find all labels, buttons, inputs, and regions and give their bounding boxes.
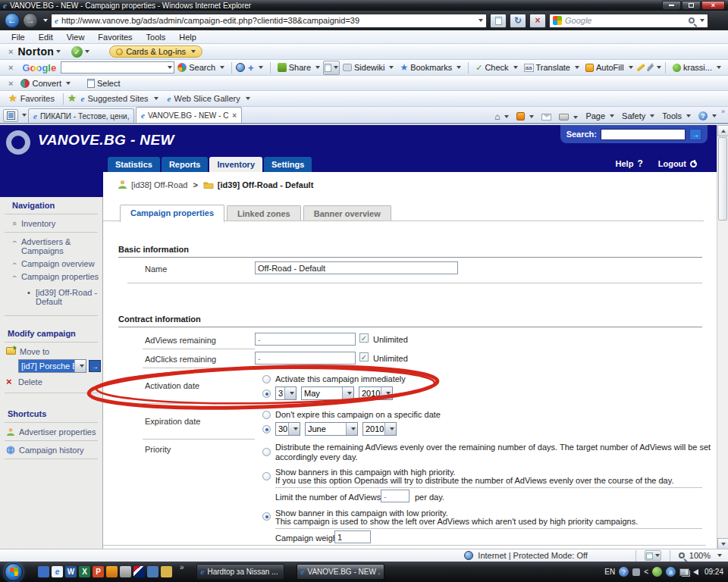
move-to-go-button[interactable]: → xyxy=(89,360,101,372)
add-gadget-button[interactable]: + xyxy=(245,63,266,73)
address-dropdown-icon[interactable] xyxy=(479,19,483,22)
google-toolbar-search-input[interactable] xyxy=(61,61,174,74)
scrollbar-thumb[interactable] xyxy=(718,137,727,221)
home-button[interactable]: ⌂ xyxy=(491,113,512,120)
uk-flag-icon[interactable] xyxy=(133,566,145,577)
content-tab-campaign-properties[interactable]: Campaign properties xyxy=(120,205,224,222)
adviews-unlimited-checkbox[interactable]: ✓ xyxy=(359,333,369,343)
help-button[interactable]: ? xyxy=(695,111,720,120)
nav-tab-statistics[interactable]: Statistics xyxy=(108,157,160,173)
maximize-button[interactable] xyxy=(682,1,701,10)
autofill-button[interactable]: AutoFill xyxy=(582,62,636,73)
activation-year-select[interactable]: 2010 xyxy=(359,386,393,400)
search-icon[interactable] xyxy=(689,17,695,23)
translate-button[interactable]: aaTranslate xyxy=(521,62,582,73)
menu-view[interactable]: View xyxy=(60,32,92,42)
sidebar-move-to-link[interactable]: Move to xyxy=(0,345,102,358)
name-input[interactable] xyxy=(255,261,458,274)
browser-search-input[interactable] xyxy=(565,16,686,25)
expiration-year-select[interactable]: 2010 xyxy=(362,422,397,436)
minimize-button[interactable] xyxy=(662,1,681,10)
nav-tab-reports[interactable]: Reports xyxy=(162,157,209,173)
feeds-button[interactable] xyxy=(513,112,537,120)
site-search-input[interactable] xyxy=(601,129,686,140)
quick-tabs-button[interactable] xyxy=(3,109,18,122)
google-search-history-dropdown-icon[interactable] xyxy=(168,66,172,69)
tray-collapse-icon[interactable]: < xyxy=(644,568,648,576)
bookmarks-button[interactable]: ★Bookmarks xyxy=(397,62,464,73)
back-button[interactable]: ← xyxy=(5,13,20,28)
word-icon[interactable]: W xyxy=(65,566,77,577)
norton-safeweb-icon[interactable]: ✓ xyxy=(71,46,83,58)
volume-icon[interactable] xyxy=(693,569,698,575)
remote-desktop-icon[interactable] xyxy=(147,566,158,577)
priority-high-radio[interactable] xyxy=(262,472,271,480)
pen-icon[interactable] xyxy=(636,64,645,72)
select-button[interactable]: Select xyxy=(84,78,124,89)
toolbar-settings-icon[interactable] xyxy=(647,64,654,71)
suggested-sites-button[interactable]: eSuggested Sites xyxy=(77,93,163,104)
antivirus-tray-icon[interactable] xyxy=(652,567,662,577)
taskbar-window-2[interactable]: e VANOVE.BG - NEW ... xyxy=(297,564,384,580)
menu-help[interactable]: Help xyxy=(172,32,203,42)
toolbar-overflow-icon[interactable]: » xyxy=(721,108,725,115)
activate-immediately-radio[interactable] xyxy=(262,375,271,383)
ie-quicklaunch-icon[interactable]: e xyxy=(52,566,63,577)
activate-on-date-radio[interactable] xyxy=(262,390,271,398)
norton-dropdown-icon[interactable] xyxy=(56,50,61,53)
convert-button[interactable]: Convert xyxy=(17,78,74,89)
add-favorite-icon[interactable]: ★ xyxy=(67,94,77,103)
breadcrumb-campaign[interactable]: [id39] Off-Road - Default xyxy=(218,180,314,189)
browser-search-box[interactable] xyxy=(549,14,708,28)
convert-toolbar-close-button[interactable]: × xyxy=(4,79,17,88)
logout-link[interactable]: Logout xyxy=(658,158,697,169)
browser-tab-2[interactable]: e VANOVE.BG - NEW - C... × xyxy=(136,107,242,123)
refresh-button[interactable]: ↻ xyxy=(510,14,526,28)
adviews-remaining-input[interactable] xyxy=(255,333,356,346)
forward-button[interactable]: → xyxy=(23,13,38,28)
search-dropdown-icon[interactable] xyxy=(700,19,704,22)
norton-close-button[interactable]: × xyxy=(4,47,17,56)
pagerank-globe-icon[interactable] xyxy=(236,63,245,72)
expiration-month-select[interactable]: June xyxy=(305,422,358,436)
print-button[interactable] xyxy=(556,114,581,120)
expire-on-date-radio[interactable] xyxy=(262,425,271,433)
priority-distribute-radio[interactable] xyxy=(262,448,271,456)
sidebar-item-inventory[interactable]: «Inventory xyxy=(0,217,102,230)
sidebar-item-campaign-properties[interactable]: ‹Campaign properties xyxy=(0,270,102,283)
tools-menu-button[interactable]: Tools xyxy=(659,111,694,120)
site-search-go-button[interactable]: → xyxy=(689,129,701,140)
sidebar-advertiser-properties-link[interactable]: Advertiser properties xyxy=(0,425,102,438)
menu-favorites[interactable]: Favorites xyxy=(91,32,139,42)
excel-icon[interactable]: X xyxy=(79,566,90,577)
share-button[interactable]: Share xyxy=(275,62,323,73)
nav-tab-inventory[interactable]: Inventory xyxy=(209,157,262,173)
quicklaunch-overflow-icon[interactable]: » xyxy=(180,563,184,571)
page-scrollbar[interactable] xyxy=(717,125,728,549)
content-tab-banner-overview[interactable]: Banner overview xyxy=(303,205,391,221)
web-slice-gallery-button[interactable]: eWeb Slice Gallery xyxy=(163,93,255,104)
sidebar-item-campaign-overview[interactable]: ‹Campaign overview xyxy=(0,257,102,270)
menu-file[interactable]: File xyxy=(5,32,32,42)
google-account-button[interactable]: krassi... xyxy=(670,62,724,73)
language-indicator[interactable]: EN xyxy=(604,568,615,576)
limit-adviews-input[interactable] xyxy=(381,490,410,502)
nav-tab-settings[interactable]: Settings xyxy=(264,157,312,173)
sidewiki-button[interactable]: Sidewiki xyxy=(340,62,397,73)
page-layout-button[interactable] xyxy=(323,61,340,75)
avast-tray-icon[interactable]: a xyxy=(666,567,676,577)
sidebar-item-current-campaign[interactable]: •[id39] Off-Road - Default xyxy=(0,283,102,308)
expiration-day-select[interactable]: 30 xyxy=(275,422,300,436)
zoom-level[interactable]: 100% xyxy=(689,551,711,560)
printer-quicklaunch-icon[interactable] xyxy=(120,566,131,577)
powerpoint-icon[interactable]: P xyxy=(93,566,104,577)
help-link[interactable]: Help? xyxy=(616,158,643,169)
sidebar-delete-link[interactable]: ×Delete xyxy=(0,375,102,388)
activation-day-select[interactable]: 3 xyxy=(275,386,297,400)
clock[interactable]: 09:24 xyxy=(704,568,723,576)
show-desktop-icon[interactable] xyxy=(38,566,49,577)
norton-brand[interactable]: Norton xyxy=(17,45,54,58)
close-button[interactable]: × xyxy=(701,1,725,10)
page-menu-button[interactable]: Page xyxy=(582,111,617,120)
address-bar[interactable]: e http://www.vanove.bg/ads/admin/campaig… xyxy=(51,14,487,28)
